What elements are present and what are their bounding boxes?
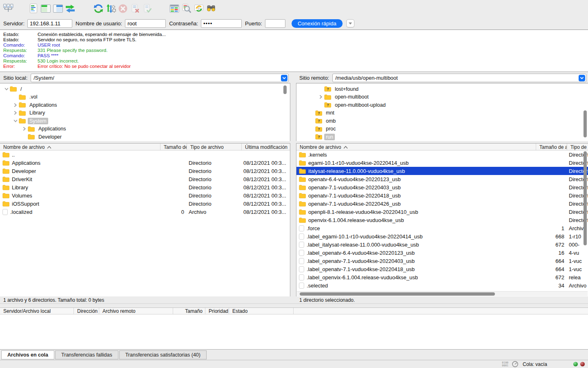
- tree-item-lost-found[interactable]: ?lost+found: [296, 85, 588, 93]
- tree-expander[interactable]: [21, 127, 28, 131]
- tree-item-open-multiboot[interactable]: open-multiboot: [296, 93, 588, 101]
- file-row[interactable]: openatv-7.1-vuduo4kse-20220403_usbDirect…: [296, 183, 588, 191]
- toggle-local-tree-button[interactable]: [40, 2, 52, 15]
- directory-comparison-button[interactable]: [168, 2, 180, 15]
- queue-column-header-1[interactable]: Servidor/Archivo local: [0, 308, 74, 314]
- toggle-queue-button[interactable]: [64, 2, 76, 15]
- local-tree-scrollbar[interactable]: [283, 85, 287, 94]
- toggle-remote-tree-button[interactable]: [52, 2, 64, 15]
- file-row[interactable]: egami-10.1-r10-vuduo4kse-20220414_usbDir…: [296, 159, 588, 167]
- chevron-down-icon[interactable]: [579, 75, 585, 81]
- password-input[interactable]: [201, 19, 242, 28]
- tree-item--vol[interactable]: .vol: [0, 93, 290, 101]
- local-path-combobox[interactable]: /System/: [31, 74, 289, 82]
- remote-path-combobox[interactable]: /media/usb/open-multiboot: [332, 74, 586, 82]
- site-manager-button[interactable]: [2, 2, 14, 15]
- file-row[interactable]: .force1Archivo: [296, 224, 588, 232]
- quickconnect-dropdown-button[interactable]: [346, 19, 354, 27]
- column-header-2[interactable]: Tamaño de archivo: [160, 144, 187, 150]
- tree-item-mnt[interactable]: ?mnt: [296, 109, 588, 117]
- tree-expander[interactable]: [318, 95, 324, 99]
- expander-closed-icon[interactable]: [23, 127, 26, 131]
- speed-limit-icon[interactable]: [512, 361, 519, 368]
- tree-item-applications[interactable]: Applications: [0, 101, 290, 109]
- server-input[interactable]: [27, 19, 72, 28]
- tree-expander[interactable]: [12, 119, 19, 123]
- column-header-4[interactable]: Última modificación: [242, 144, 290, 150]
- tree-item--[interactable]: /: [0, 85, 290, 93]
- find-files-button[interactable]: [205, 2, 217, 15]
- file-type-cell: Directorio: [187, 168, 242, 174]
- quickconnect-button[interactable]: Conexión rápida: [292, 19, 343, 28]
- file-row[interactable]: ApplicationsDirectorio08/12/2021 00:3...: [0, 159, 290, 167]
- column-header-1[interactable]: Nombre de archivo: [296, 144, 536, 150]
- file-row[interactable]: .localized0Archivo08/12/2021 00:3...: [0, 208, 290, 216]
- tree-expander[interactable]: [12, 103, 19, 107]
- file-row[interactable]: LibraryDirectorio08/12/2021 00:3...: [0, 183, 290, 191]
- file-row[interactable]: VolumesDirectorio08/12/2021 00:3...: [0, 191, 290, 200]
- port-input[interactable]: [265, 19, 285, 28]
- column-header-2[interactable]: Tamaño de ar: [536, 144, 567, 150]
- file-row[interactable]: openatv-6.4-vuduo4kse-20220123_usbDirect…: [296, 175, 588, 183]
- queue-column-header-5[interactable]: Prioridad: [205, 308, 229, 314]
- expander-open-icon[interactable]: [4, 88, 9, 91]
- tree-item-omb[interactable]: ?omb: [296, 117, 588, 125]
- remote-list-hscroll-thumb[interactable]: [300, 292, 495, 296]
- file-row[interactable]: .label_italysat-release-11.0.000-vuduo4k…: [296, 240, 588, 249]
- queue-column-header-2[interactable]: Dirección: [74, 308, 99, 314]
- column-header-3[interactable]: Tipo de archivo: [187, 144, 242, 150]
- tree-item-developer[interactable]: Developer: [0, 133, 290, 141]
- file-row[interactable]: openatv-7.1-vuduo4kse-20220418_usbDirect…: [296, 191, 588, 200]
- disconnect-button[interactable]: [129, 2, 141, 15]
- column-header-3[interactable]: Tipo de archivo: [567, 144, 588, 150]
- toggle-log-button[interactable]: [27, 2, 40, 15]
- expander-open-icon[interactable]: [13, 119, 18, 123]
- tree-item-applications[interactable]: Applications: [0, 125, 290, 133]
- remote-list-scrollbar[interactable]: [584, 151, 587, 245]
- reconnect-button[interactable]: [141, 2, 154, 15]
- queue-column-header-3[interactable]: Archivo remoto: [99, 308, 173, 314]
- synchronized-browsing-button[interactable]: [193, 2, 205, 15]
- file-row[interactable]: DriverKitDirectorio08/12/2021 00:3...: [0, 175, 290, 183]
- tree-item-system[interactable]: System: [0, 117, 290, 125]
- file-row[interactable]: .label_openatv-6.4-vuduo4kse-20220123_us…: [296, 249, 588, 257]
- expander-closed-icon[interactable]: [319, 95, 323, 99]
- tab-archivos[interactable]: Archivos en cola: [1, 350, 54, 359]
- file-row[interactable]: DeveloperDirectorio08/12/2021 00:3...: [0, 167, 290, 175]
- file-row[interactable]: .selected34Archivo: [296, 281, 588, 289]
- expander-closed-icon[interactable]: [14, 103, 17, 107]
- remote-list-hscroll-track[interactable]: [297, 291, 588, 296]
- tree-item-proc[interactable]: ?proc: [296, 125, 588, 133]
- tab-transferencias[interactable]: Transferencias fallidas: [55, 350, 118, 359]
- tree-item-library[interactable]: Library: [0, 109, 290, 117]
- queue-column-header-4[interactable]: Tamaño: [173, 308, 205, 314]
- file-row[interactable]: openpli-8.1-release-vuduo4kse-20220410_u…: [296, 208, 588, 216]
- username-input[interactable]: [125, 19, 166, 28]
- file-row[interactable]: .label_openatv-7.1-vuduo4kse-20220403_us…: [296, 257, 588, 265]
- file-row[interactable]: .label_openvix-6.1.004.release-vuduo4kse…: [296, 273, 588, 281]
- file-row[interactable]: iOSSupportDirectorio08/12/2021 00:3...: [0, 200, 290, 208]
- tree-item-run[interactable]: ?run: [296, 133, 588, 141]
- tree-item-label: Library: [28, 110, 47, 116]
- chevron-down-icon[interactable]: [281, 75, 287, 81]
- file-row[interactable]: .label_openatv-7.1-vuduo4kse-20220418_us…: [296, 265, 588, 273]
- file-row[interactable]: openvix-6.1.004.release-vuduo4kse_usbDir…: [296, 216, 588, 224]
- file-row[interactable]: ..: [0, 150, 290, 159]
- tree-expander[interactable]: [3, 88, 10, 91]
- password-label: Contraseña:: [169, 20, 198, 27]
- tree-item-open-multiboot-upload[interactable]: ?open-multiboot-upload: [296, 101, 588, 109]
- tree-expander[interactable]: [12, 111, 19, 115]
- file-row[interactable]: .label_egami-10.1-r10-vuduo4kse-20220414…: [296, 232, 588, 240]
- remote-tree-scrollbar[interactable]: [584, 110, 587, 137]
- refresh-button[interactable]: [92, 2, 105, 15]
- file-row[interactable]: openatv-7.1-vuduo4kse-20220426_usbDirect…: [296, 200, 588, 208]
- queue-column-header-6[interactable]: Estado: [229, 308, 294, 314]
- expander-closed-icon[interactable]: [14, 111, 17, 115]
- process-queue-button[interactable]: [105, 2, 117, 15]
- tab-transferencias[interactable]: Transferencias satisfactorias (40): [119, 350, 207, 359]
- file-row[interactable]: italysat-release-11.0.000-vuduo4kse_usbD…: [296, 167, 588, 175]
- cancel-button[interactable]: [117, 2, 129, 15]
- file-row[interactable]: .kernelsDirectorio: [296, 150, 588, 159]
- column-header-1[interactable]: Nombre de archivo: [0, 144, 160, 150]
- filename-filters-button[interactable]: [180, 2, 193, 15]
